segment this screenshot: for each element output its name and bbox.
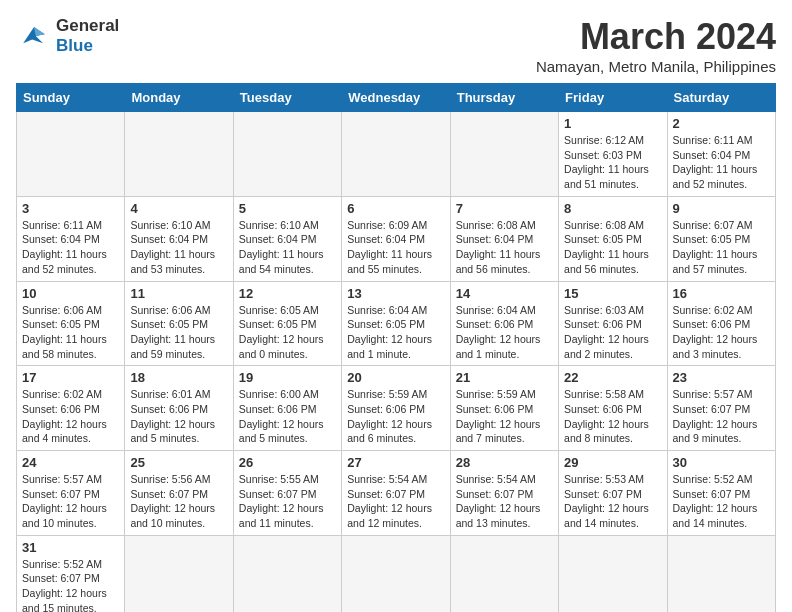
calendar-day-cell: 18Sunrise: 6:01 AM Sunset: 6:06 PM Dayli… (125, 366, 233, 451)
calendar-day-cell: 15Sunrise: 6:03 AM Sunset: 6:06 PM Dayli… (559, 281, 667, 366)
day-number: 22 (564, 370, 661, 385)
logo: General Blue (16, 16, 119, 56)
day-number: 2 (673, 116, 770, 131)
day-number: 23 (673, 370, 770, 385)
day-info: Sunrise: 6:05 AM Sunset: 6:05 PM Dayligh… (239, 303, 336, 362)
day-number: 12 (239, 286, 336, 301)
calendar-day-cell: 1Sunrise: 6:12 AM Sunset: 6:03 PM Daylig… (559, 112, 667, 197)
day-info: Sunrise: 5:56 AM Sunset: 6:07 PM Dayligh… (130, 472, 227, 531)
day-number: 7 (456, 201, 553, 216)
calendar-day-cell: 2Sunrise: 6:11 AM Sunset: 6:04 PM Daylig… (667, 112, 775, 197)
calendar-day-cell (233, 535, 341, 612)
day-number: 11 (130, 286, 227, 301)
calendar-day-cell: 22Sunrise: 5:58 AM Sunset: 6:06 PM Dayli… (559, 366, 667, 451)
day-info: Sunrise: 5:54 AM Sunset: 6:07 PM Dayligh… (347, 472, 444, 531)
logo-icon (16, 18, 52, 54)
calendar-day-cell (125, 112, 233, 197)
calendar-day-cell: 10Sunrise: 6:06 AM Sunset: 6:05 PM Dayli… (17, 281, 125, 366)
day-info: Sunrise: 6:03 AM Sunset: 6:06 PM Dayligh… (564, 303, 661, 362)
calendar-day-cell (17, 112, 125, 197)
col-monday: Monday (125, 84, 233, 112)
calendar-day-cell (667, 535, 775, 612)
calendar-day-cell: 20Sunrise: 5:59 AM Sunset: 6:06 PM Dayli… (342, 366, 450, 451)
calendar-day-cell: 9Sunrise: 6:07 AM Sunset: 6:05 PM Daylig… (667, 196, 775, 281)
col-thursday: Thursday (450, 84, 558, 112)
calendar-day-cell: 6Sunrise: 6:09 AM Sunset: 6:04 PM Daylig… (342, 196, 450, 281)
calendar-day-cell (559, 535, 667, 612)
day-info: Sunrise: 6:10 AM Sunset: 6:04 PM Dayligh… (130, 218, 227, 277)
calendar-day-cell: 31Sunrise: 5:52 AM Sunset: 6:07 PM Dayli… (17, 535, 125, 612)
day-info: Sunrise: 6:10 AM Sunset: 6:04 PM Dayligh… (239, 218, 336, 277)
calendar-day-cell: 25Sunrise: 5:56 AM Sunset: 6:07 PM Dayli… (125, 451, 233, 536)
day-info: Sunrise: 6:09 AM Sunset: 6:04 PM Dayligh… (347, 218, 444, 277)
day-number: 15 (564, 286, 661, 301)
day-info: Sunrise: 5:57 AM Sunset: 6:07 PM Dayligh… (22, 472, 119, 531)
day-info: Sunrise: 5:58 AM Sunset: 6:06 PM Dayligh… (564, 387, 661, 446)
day-number: 8 (564, 201, 661, 216)
day-info: Sunrise: 5:59 AM Sunset: 6:06 PM Dayligh… (347, 387, 444, 446)
calendar-week-row: 24Sunrise: 5:57 AM Sunset: 6:07 PM Dayli… (17, 451, 776, 536)
calendar-day-cell (125, 535, 233, 612)
col-sunday: Sunday (17, 84, 125, 112)
day-info: Sunrise: 6:11 AM Sunset: 6:04 PM Dayligh… (673, 133, 770, 192)
day-number: 31 (22, 540, 119, 555)
calendar-subtitle: Namayan, Metro Manila, Philippines (536, 58, 776, 75)
day-info: Sunrise: 6:01 AM Sunset: 6:06 PM Dayligh… (130, 387, 227, 446)
day-info: Sunrise: 5:52 AM Sunset: 6:07 PM Dayligh… (22, 557, 119, 612)
day-info: Sunrise: 6:07 AM Sunset: 6:05 PM Dayligh… (673, 218, 770, 277)
day-number: 25 (130, 455, 227, 470)
day-info: Sunrise: 5:55 AM Sunset: 6:07 PM Dayligh… (239, 472, 336, 531)
calendar-day-cell: 24Sunrise: 5:57 AM Sunset: 6:07 PM Dayli… (17, 451, 125, 536)
calendar-header-row: Sunday Monday Tuesday Wednesday Thursday… (17, 84, 776, 112)
calendar-week-row: 31Sunrise: 5:52 AM Sunset: 6:07 PM Dayli… (17, 535, 776, 612)
calendar-day-cell: 28Sunrise: 5:54 AM Sunset: 6:07 PM Dayli… (450, 451, 558, 536)
page-container: General Blue March 2024 Namayan, Metro M… (16, 16, 776, 612)
title-area: March 2024 Namayan, Metro Manila, Philip… (536, 16, 776, 75)
day-number: 28 (456, 455, 553, 470)
day-number: 19 (239, 370, 336, 385)
calendar-day-cell (450, 535, 558, 612)
day-info: Sunrise: 6:02 AM Sunset: 6:06 PM Dayligh… (673, 303, 770, 362)
calendar-day-cell: 27Sunrise: 5:54 AM Sunset: 6:07 PM Dayli… (342, 451, 450, 536)
calendar-week-row: 1Sunrise: 6:12 AM Sunset: 6:03 PM Daylig… (17, 112, 776, 197)
calendar-day-cell: 8Sunrise: 6:08 AM Sunset: 6:05 PM Daylig… (559, 196, 667, 281)
day-info: Sunrise: 6:04 AM Sunset: 6:05 PM Dayligh… (347, 303, 444, 362)
day-number: 3 (22, 201, 119, 216)
col-wednesday: Wednesday (342, 84, 450, 112)
calendar-day-cell: 21Sunrise: 5:59 AM Sunset: 6:06 PM Dayli… (450, 366, 558, 451)
day-number: 17 (22, 370, 119, 385)
day-number: 10 (22, 286, 119, 301)
day-number: 9 (673, 201, 770, 216)
calendar-day-cell: 4Sunrise: 6:10 AM Sunset: 6:04 PM Daylig… (125, 196, 233, 281)
day-info: Sunrise: 6:08 AM Sunset: 6:04 PM Dayligh… (456, 218, 553, 277)
day-info: Sunrise: 5:52 AM Sunset: 6:07 PM Dayligh… (673, 472, 770, 531)
day-info: Sunrise: 5:53 AM Sunset: 6:07 PM Dayligh… (564, 472, 661, 531)
day-number: 18 (130, 370, 227, 385)
day-number: 20 (347, 370, 444, 385)
calendar-day-cell: 13Sunrise: 6:04 AM Sunset: 6:05 PM Dayli… (342, 281, 450, 366)
day-number: 4 (130, 201, 227, 216)
day-info: Sunrise: 6:08 AM Sunset: 6:05 PM Dayligh… (564, 218, 661, 277)
calendar-day-cell: 3Sunrise: 6:11 AM Sunset: 6:04 PM Daylig… (17, 196, 125, 281)
calendar-day-cell: 30Sunrise: 5:52 AM Sunset: 6:07 PM Dayli… (667, 451, 775, 536)
col-saturday: Saturday (667, 84, 775, 112)
calendar-day-cell: 12Sunrise: 6:05 AM Sunset: 6:05 PM Dayli… (233, 281, 341, 366)
calendar-day-cell (233, 112, 341, 197)
calendar-day-cell: 23Sunrise: 5:57 AM Sunset: 6:07 PM Dayli… (667, 366, 775, 451)
col-friday: Friday (559, 84, 667, 112)
day-number: 14 (456, 286, 553, 301)
col-tuesday: Tuesday (233, 84, 341, 112)
day-info: Sunrise: 6:04 AM Sunset: 6:06 PM Dayligh… (456, 303, 553, 362)
day-number: 26 (239, 455, 336, 470)
calendar-day-cell: 16Sunrise: 6:02 AM Sunset: 6:06 PM Dayli… (667, 281, 775, 366)
day-info: Sunrise: 6:12 AM Sunset: 6:03 PM Dayligh… (564, 133, 661, 192)
svg-marker-1 (34, 27, 45, 36)
day-info: Sunrise: 6:02 AM Sunset: 6:06 PM Dayligh… (22, 387, 119, 446)
day-number: 21 (456, 370, 553, 385)
calendar-day-cell (450, 112, 558, 197)
day-number: 24 (22, 455, 119, 470)
day-number: 27 (347, 455, 444, 470)
calendar-day-cell: 11Sunrise: 6:06 AM Sunset: 6:05 PM Dayli… (125, 281, 233, 366)
header: General Blue March 2024 Namayan, Metro M… (16, 16, 776, 75)
calendar-day-cell: 7Sunrise: 6:08 AM Sunset: 6:04 PM Daylig… (450, 196, 558, 281)
